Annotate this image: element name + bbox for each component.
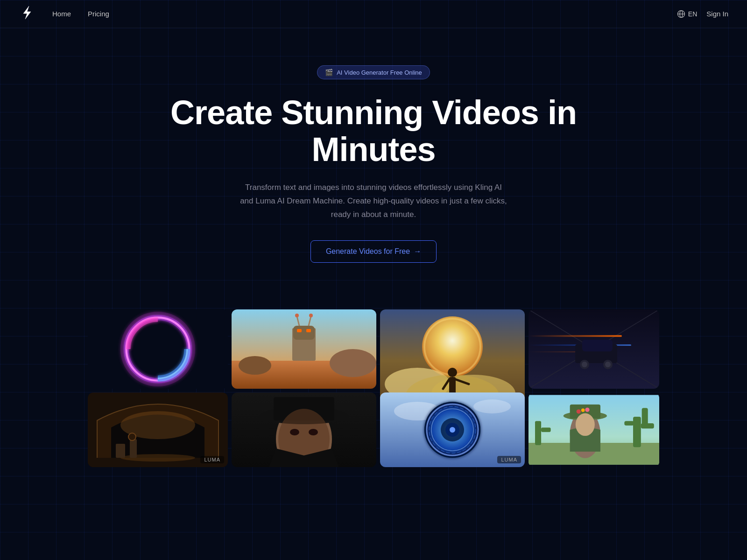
svg-rect-73 <box>624 421 634 425</box>
svg-rect-74 <box>642 408 648 425</box>
gallery-item-man <box>232 392 376 467</box>
navbar: Home Pricing EN Sign In <box>0 0 747 28</box>
svg-rect-50 <box>130 439 137 458</box>
cta-label: Generate Videos for Free <box>326 247 410 256</box>
lang-label: EN <box>688 10 697 18</box>
svg-point-68 <box>450 427 455 433</box>
gallery: LUMA <box>0 309 747 467</box>
hero-title: Create Stunning Videos in Minutes <box>163 94 584 168</box>
hero-title-line2: Minutes <box>311 131 435 168</box>
nav-pricing[interactable]: Pricing <box>88 10 109 18</box>
svg-point-9 <box>330 349 376 377</box>
svg-point-25 <box>448 368 457 377</box>
nav-left: Home Pricing <box>19 4 109 23</box>
generate-free-button[interactable]: Generate Videos for Free → <box>310 240 437 263</box>
svg-rect-17 <box>297 329 302 332</box>
language-selector[interactable]: EN <box>677 10 697 18</box>
svg-point-10 <box>239 356 271 375</box>
video-icon: 🎬 <box>325 69 333 76</box>
svg-point-83 <box>585 407 589 412</box>
nav-home[interactable]: Home <box>52 10 71 18</box>
svg-rect-12 <box>293 326 315 340</box>
gallery-item-portal: LUMA <box>380 392 525 467</box>
svg-point-42 <box>582 362 587 367</box>
svg-rect-36 <box>529 335 622 337</box>
svg-rect-76 <box>541 427 551 432</box>
svg-point-58 <box>309 429 318 435</box>
gallery-item-car <box>529 309 659 389</box>
hero-title-line1: Create Stunning Videos in <box>170 94 577 131</box>
hero-subtitle: Transform text and images into stunning … <box>238 181 509 222</box>
svg-rect-40 <box>582 340 613 351</box>
svg-point-15 <box>295 314 299 317</box>
hero-section: 🎬 AI Video Generator Free Online Create … <box>0 28 747 291</box>
arrow-icon: → <box>414 247 421 256</box>
svg-point-16 <box>309 314 313 317</box>
gallery-item-arch: LUMA <box>88 392 228 467</box>
svg-point-81 <box>577 409 581 413</box>
gallery-item-woman <box>529 392 659 467</box>
svg-point-80 <box>576 413 595 436</box>
gallery-item-robot <box>232 309 376 389</box>
svg-rect-71 <box>633 417 641 447</box>
svg-rect-75 <box>535 421 541 445</box>
signin-button[interactable]: Sign In <box>706 10 728 18</box>
svg-rect-18 <box>306 329 311 332</box>
hero-badge: 🎬 AI Video Generator Free Online <box>317 65 430 79</box>
gallery-item-circle <box>88 309 228 389</box>
svg-point-51 <box>128 433 136 441</box>
svg-point-57 <box>290 429 299 435</box>
neon-ring <box>116 309 200 389</box>
svg-point-61 <box>473 399 511 413</box>
svg-point-82 <box>581 408 585 412</box>
luma-badge: LUMA <box>200 456 224 463</box>
logo[interactable] <box>19 4 35 23</box>
nav-right: EN Sign In <box>677 10 728 18</box>
svg-rect-49 <box>116 444 125 458</box>
luma-badge-portal: LUMA <box>497 456 521 463</box>
svg-point-44 <box>605 362 611 367</box>
badge-text: AI Video Generator Free Online <box>337 69 422 76</box>
